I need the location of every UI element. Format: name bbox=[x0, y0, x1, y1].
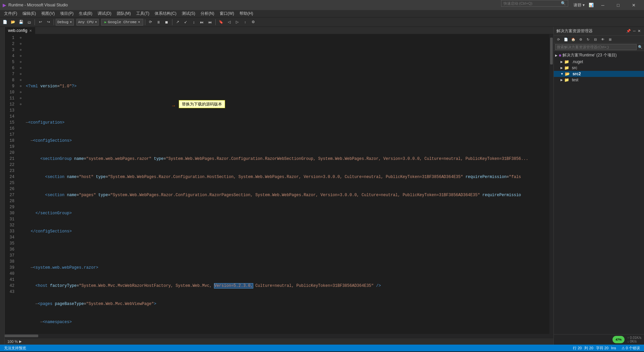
no-support-status[interactable]: 无法支持预览 bbox=[3, 346, 28, 351]
tab-bar: web.config ✕ bbox=[5, 27, 553, 34]
restore-button[interactable]: □ bbox=[610, 0, 626, 10]
editor: 12345678910 11121314151617181920 2122232… bbox=[5, 34, 553, 334]
user-name[interactable]: 谢群 ▾ bbox=[571, 0, 587, 10]
chevron-down-icon: ▾ bbox=[70, 20, 72, 24]
se-title: 解决方案资源管理器 bbox=[556, 28, 593, 34]
toolbar-btn-9[interactable]: ◁ bbox=[225, 18, 233, 26]
h-scrollbar-track[interactable] bbox=[5, 335, 553, 337]
se-minimize-icon[interactable]: ─ bbox=[632, 29, 636, 33]
separator4 bbox=[172, 19, 172, 25]
quick-search-box[interactable]: 🔍 bbox=[501, 0, 568, 7]
src-folder-item[interactable]: ▶ 📁 src bbox=[554, 65, 644, 71]
se-search-input[interactable] bbox=[555, 44, 637, 50]
h-scrollbar-thumb[interactable] bbox=[5, 335, 38, 337]
zoom-level[interactable]: 100 % bbox=[7, 340, 18, 344]
tab-close-button[interactable]: ✕ bbox=[29, 29, 32, 33]
code-editor[interactable]: 替换为下载的源码版本 → <?xml version="1.0"?> ─<con… bbox=[24, 34, 549, 334]
solution-root-item[interactable]: ▶ ■ 解决方案'Runtime' (23 个项目) bbox=[554, 52, 644, 59]
menu-item-analyze[interactable]: 分析(N) bbox=[198, 10, 217, 17]
se-btn-filter[interactable]: ⊞ bbox=[607, 36, 613, 42]
save-all-button[interactable]: 🗂 bbox=[25, 18, 33, 26]
editor-horizontal-scrollbar[interactable] bbox=[5, 334, 553, 338]
ins-status[interactable]: Ins bbox=[610, 346, 618, 350]
src2-expand-icon: ▼ bbox=[560, 72, 564, 76]
run-button[interactable]: ▶ Google Chrome ▾ bbox=[101, 19, 143, 26]
se-pin-icon[interactable]: 📌 bbox=[626, 29, 632, 33]
menu-bar: 文件(F) 编辑(E) 视图(V) 项目(P) 生成(B) 调试(D) 团队(M… bbox=[0, 10, 644, 17]
row-status[interactable]: 行 20 bbox=[572, 346, 583, 351]
code-line-5: <sectionGroup name="system.web.webPages.… bbox=[26, 156, 549, 162]
toolbar-btn-10[interactable]: ▷ bbox=[233, 18, 241, 26]
src2-folder-item[interactable]: ▼ 📂 src2 bbox=[554, 71, 644, 77]
toolbar-btn-12[interactable]: ⚙ bbox=[250, 18, 257, 26]
search-icon: 🔍 bbox=[561, 1, 566, 6]
col-status[interactable]: 列 20 bbox=[583, 346, 594, 351]
src-expand-icon: ▶ bbox=[560, 66, 563, 70]
toolbar-btn-8[interactable]: ⏮ bbox=[206, 18, 214, 26]
platform-dropdown[interactable]: Any CPU ▾ bbox=[76, 19, 99, 26]
test-label: test bbox=[572, 78, 578, 82]
se-btn-settings[interactable]: ⚙ bbox=[577, 36, 584, 42]
menu-item-project[interactable]: 项目(P) bbox=[57, 10, 76, 17]
menu-item-view[interactable]: 视图(V) bbox=[39, 10, 57, 17]
minimize-button[interactable]: ─ bbox=[595, 0, 610, 10]
separator1 bbox=[35, 19, 35, 25]
title-text: Runtime - Microsoft Visual Studio bbox=[8, 3, 68, 7]
src2-folder-icon: 📂 bbox=[565, 72, 570, 76]
menu-item-help[interactable]: 帮助(H) bbox=[237, 10, 256, 17]
manage-icon[interactable]: 📊 bbox=[587, 0, 595, 10]
toolbar-btn-7[interactable]: ⏭ bbox=[198, 18, 206, 26]
code-line-4: ─<configSections> bbox=[26, 138, 549, 144]
se-btn-new[interactable]: 📄 bbox=[562, 36, 569, 42]
bookmark-button[interactable]: 🔖 bbox=[217, 18, 225, 26]
se-btn-refresh[interactable]: ↻ bbox=[585, 36, 591, 42]
menu-item-team[interactable]: 团队(M) bbox=[114, 10, 133, 17]
toolbar-btn-1[interactable]: ⟳ bbox=[147, 18, 154, 26]
se-close-icon[interactable]: ✕ bbox=[637, 29, 641, 33]
toolbar-btn-6[interactable]: ↕ bbox=[190, 18, 198, 26]
network-indicator: 47% bbox=[612, 336, 625, 343]
vs-logo-icon: ▶ bbox=[3, 2, 6, 8]
code-line-3: ─<configuration> bbox=[26, 120, 549, 126]
code-line-13: ─<pages pageBaseType="System.Web.Mvc.Web… bbox=[26, 301, 549, 307]
open-file-button[interactable]: 📂 bbox=[9, 18, 17, 26]
menu-item-test[interactable]: 测试(S) bbox=[179, 10, 198, 17]
scrollbar-thumb[interactable] bbox=[550, 38, 553, 64]
se-btn-sync[interactable]: ⟳ bbox=[555, 36, 562, 42]
menu-item-build[interactable]: 生成(B) bbox=[76, 10, 95, 17]
menu-item-window[interactable]: 窗口(W) bbox=[217, 10, 237, 17]
toolbar-btn-2[interactable]: ⏸ bbox=[155, 18, 162, 26]
se-btn-home[interactable]: 🏠 bbox=[570, 36, 577, 42]
toolbar-btn-3[interactable]: ⏹ bbox=[163, 18, 170, 26]
code-line-12: <host factoryType="System.Web.Mvc.MvcWeb… bbox=[26, 283, 549, 289]
errors-status[interactable]: ⚠ 0 个错误 bbox=[620, 346, 641, 351]
nuget-folder-item[interactable]: ▶ 📁 .nuget bbox=[554, 59, 644, 65]
se-btn-show-all[interactable]: 👁 bbox=[599, 36, 606, 42]
debug-mode-dropdown[interactable]: Debug ▾ bbox=[56, 19, 74, 26]
play-icon: ▶ bbox=[104, 20, 106, 24]
toolbar-btn-11[interactable]: ↑ bbox=[241, 18, 249, 26]
char-status[interactable]: 字符 20 bbox=[595, 346, 610, 351]
undo-button[interactable]: ↩ bbox=[37, 18, 44, 26]
save-button[interactable]: 💾 bbox=[17, 18, 25, 26]
se-search-box: 🔍 bbox=[554, 43, 644, 51]
menu-item-tools[interactable]: 工具(T) bbox=[133, 10, 152, 17]
editor-vertical-scrollbar[interactable] bbox=[549, 34, 553, 334]
nuget-folder-icon: 📁 bbox=[564, 59, 569, 64]
toolbar-btn-5[interactable]: ↙ bbox=[182, 18, 190, 26]
menu-item-arch[interactable]: 体系结构(C) bbox=[152, 10, 179, 17]
new-file-button[interactable]: 📄 bbox=[1, 18, 9, 26]
nuget-label: .nuget bbox=[572, 59, 583, 64]
close-button[interactable]: ✕ bbox=[626, 0, 641, 10]
left-gutter bbox=[0, 27, 5, 345]
zoom-slider[interactable]: ▶ bbox=[19, 340, 22, 343]
redo-button[interactable]: ↪ bbox=[45, 18, 52, 26]
web-config-tab[interactable]: web.config ✕ bbox=[5, 27, 36, 34]
menu-item-debug[interactable]: 调试(D) bbox=[95, 10, 114, 17]
test-folder-item[interactable]: ▶ 📁 test bbox=[554, 77, 644, 83]
se-btn-collapse[interactable]: ⊟ bbox=[592, 36, 599, 42]
toolbar-btn-4[interactable]: ↗ bbox=[174, 18, 181, 26]
menu-item-file[interactable]: 文件(F) bbox=[1, 10, 20, 17]
quick-search-input[interactable] bbox=[503, 1, 561, 5]
menu-item-edit[interactable]: 编辑(E) bbox=[20, 10, 39, 17]
